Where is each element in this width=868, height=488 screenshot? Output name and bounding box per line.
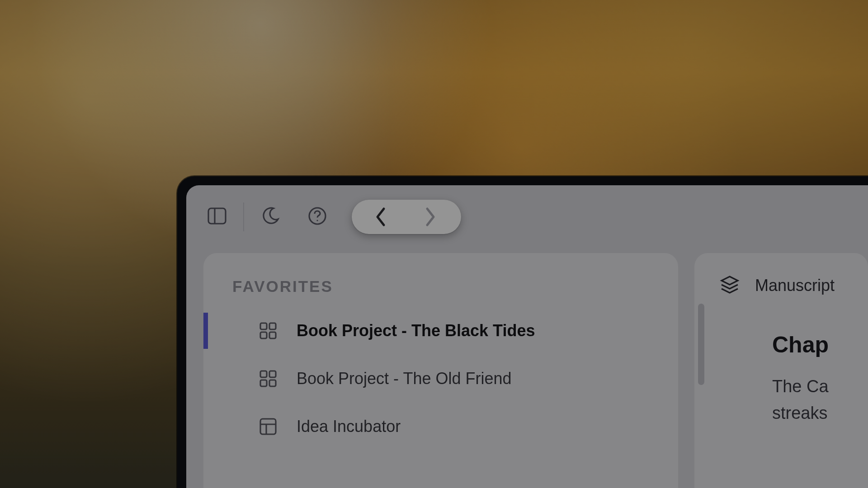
app-window: FAVORITES Book Project - The Black Tides	[177, 176, 868, 488]
app-frame: FAVORITES Book Project - The Black Tides	[186, 185, 868, 488]
svg-marker-15	[722, 277, 738, 285]
dashboard-icon	[258, 368, 278, 389]
sidebar-toggle-button[interactable]	[204, 204, 230, 230]
chevron-left-icon	[374, 207, 387, 227]
dashboard-icon	[258, 320, 278, 341]
scrollbar[interactable]	[698, 304, 704, 385]
sidebar-icon	[207, 207, 227, 227]
favorites-list: Book Project - The Black Tides Book Proj…	[222, 316, 660, 441]
moon-icon	[261, 206, 280, 227]
chevron-right-icon	[424, 207, 437, 227]
favorites-heading: FAVORITES	[232, 277, 660, 296]
sidebar-item-label: Book Project - The Black Tides	[297, 321, 535, 340]
help-button[interactable]	[305, 204, 330, 230]
svg-rect-6	[260, 332, 267, 338]
dark-mode-button[interactable]	[258, 204, 283, 230]
toolbar-divider	[243, 202, 244, 231]
svg-point-3	[316, 220, 318, 221]
svg-rect-5	[269, 323, 276, 329]
svg-rect-7	[269, 332, 276, 338]
main-panel: Manuscript Chap The Ca streaks	[694, 253, 868, 488]
chapter-title: Chap	[772, 332, 868, 358]
content-panels: FAVORITES Book Project - The Black Tides	[203, 253, 868, 488]
svg-rect-9	[269, 371, 276, 377]
forward-button[interactable]	[421, 208, 439, 226]
body-text-line: streaks	[772, 400, 868, 427]
svg-rect-4	[260, 323, 267, 329]
back-button[interactable]	[372, 208, 390, 226]
sidebar-item-idea-incubator[interactable]: Idea Incubator	[222, 412, 660, 441]
navigation-buttons	[352, 200, 461, 234]
sidebar-item-label: Idea Incubator	[297, 417, 401, 436]
layers-icon	[720, 275, 740, 296]
svg-rect-12	[260, 419, 276, 434]
svg-rect-0	[208, 208, 226, 224]
svg-rect-10	[260, 380, 267, 386]
main-header: Manuscript	[720, 275, 868, 296]
sidebar-panel: FAVORITES Book Project - The Black Tides	[203, 253, 678, 488]
sidebar-item-book-black-tides[interactable]: Book Project - The Black Tides	[222, 316, 660, 345]
main-header-title: Manuscript	[755, 276, 835, 295]
sidebar-item-book-old-friend[interactable]: Book Project - The Old Friend	[222, 364, 660, 393]
toolbar	[186, 185, 868, 249]
help-icon	[308, 206, 327, 227]
table-icon	[258, 416, 278, 437]
sidebar-item-label: Book Project - The Old Friend	[297, 369, 512, 388]
svg-rect-8	[260, 371, 267, 377]
svg-rect-11	[269, 380, 276, 386]
body-text-line: The Ca	[772, 373, 868, 400]
